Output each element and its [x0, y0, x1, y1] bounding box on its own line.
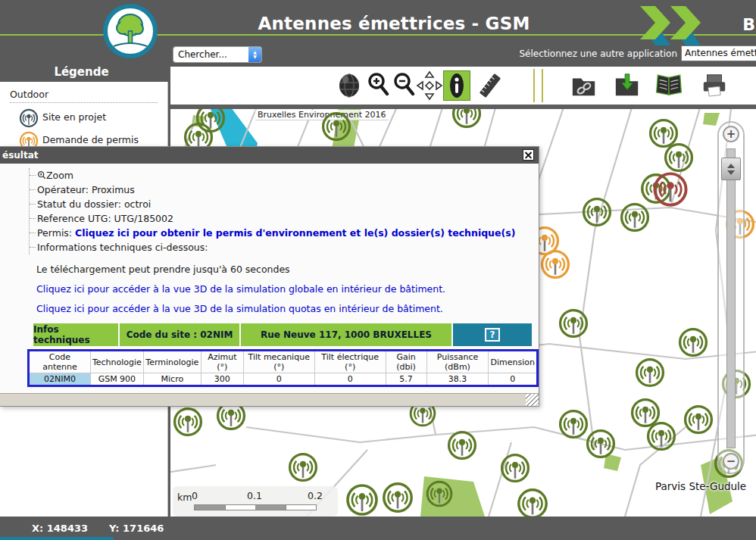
result-dialog: ésultat Zoom Opérateur: Proximus Statut … [0, 146, 539, 407]
table-row: 02NIM0 GSM 900 Micro 300 0 0 5.7 38.3 0 [29, 373, 538, 386]
toolbar-separator [533, 69, 535, 102]
antenna-marker[interactable] [320, 110, 353, 143]
identify-info-icon[interactable] [443, 70, 470, 101]
antenna-marker[interactable] [580, 195, 614, 229]
cell-tilt-mecanique: 0 [243, 373, 314, 386]
help-segment: ? [453, 323, 532, 346]
col-gain: Gain (dbi) [386, 351, 426, 373]
link-folder-icon[interactable] [570, 70, 598, 101]
download-note: Le téléchargement peut prendre jusqu'à 6… [36, 264, 539, 275]
print-icon[interactable] [701, 70, 728, 101]
dialog-horizontal-scrollbar[interactable] [0, 393, 539, 406]
code-du-site-header: Code du site : 02NIM [120, 323, 239, 346]
legend-group-outdoor: Outdoor [10, 89, 158, 103]
map-scale-panel: km 0 0.1 0.2 [173, 486, 338, 517]
cell-code-antenne: 02NIM0 [29, 373, 91, 386]
tree-item-zoom[interactable]: Zoom [30, 168, 539, 183]
cell-terminologie: Micro [143, 373, 201, 386]
cell-technologie: GSM 900 [90, 373, 143, 386]
coordinate-x: X: 148433 [32, 523, 88, 534]
bottom-accent-strip [0, 537, 114, 540]
antenna-marker[interactable] [286, 451, 320, 484]
col-terminologie: Terminologie [143, 351, 201, 373]
dialog-title: ésultat [2, 150, 39, 161]
app-picker-dropdown[interactable]: Antennes émettric [681, 45, 756, 61]
download-folder-icon[interactable] [614, 70, 641, 101]
resize-grip-icon[interactable] [526, 394, 539, 406]
dialog-content: Zoom Opérateur: Proximus Statut du dossi… [0, 164, 539, 395]
antenna-marker[interactable] [515, 486, 550, 517]
infos-techniques-bar: Infos techniques Code du site : 02NIM Ru… [33, 323, 533, 346]
antenna-marker[interactable] [450, 109, 483, 130]
antenna-marker[interactable] [498, 451, 532, 485]
coordinate-y: Y: 171646 [109, 523, 164, 534]
scale-unit: km [177, 492, 192, 503]
permis-label: Permis: [37, 227, 75, 239]
scale-tick: 0.2 [308, 490, 323, 501]
tree-item-operateur: Opérateur: Proximus [30, 183, 539, 197]
scale-bar [194, 504, 317, 510]
col-technologie: Technologie [90, 351, 143, 373]
antenna-marker[interactable] [557, 307, 590, 340]
legend-title: Légende [0, 65, 163, 79]
globe-overview-icon[interactable] [336, 70, 363, 101]
link-3d-quotas[interactable]: Cliquez ici pour accéder à la vue 3D de … [36, 303, 539, 314]
antenna-marker[interactable] [445, 429, 479, 462]
col-puissance: Puissance (dBm) [426, 351, 489, 373]
measure-ruler-icon[interactable] [476, 70, 504, 101]
help-button[interactable]: ? [485, 328, 500, 342]
scale-tick: 0.1 [247, 490, 262, 501]
app-picker-label: Sélectionnez une autre application [519, 48, 677, 59]
col-tilt-electrique: Tilt électrique (°) [314, 351, 386, 373]
zoom-minus-button[interactable]: − [723, 453, 739, 470]
pan-icon[interactable] [416, 70, 443, 101]
map-zoom-slider[interactable]: + − [717, 121, 745, 474]
zoom-out-icon[interactable] [391, 70, 418, 101]
antenna-marker-selected[interactable] [651, 170, 690, 209]
antenna-marker[interactable] [424, 479, 455, 509]
antenna-marker[interactable] [645, 420, 678, 453]
antenna-table: Code antenne Technologie Terminologie Az… [27, 349, 539, 387]
zoom-slider-track[interactable] [726, 148, 736, 448]
tree-item-reference: Reference UTG: UTG/185002 [30, 211, 539, 226]
chevrons-icon [640, 6, 704, 48]
slider-down-arrow-icon [727, 170, 735, 175]
col-azimut: Azimut (°) [201, 351, 243, 373]
tree-item-label: Zoom [46, 170, 73, 181]
antenna-marker[interactable] [633, 356, 667, 389]
permis-link[interactable]: Cliquez ici pour obtenir le permis d'env… [75, 227, 515, 239]
antenna-site-projet-icon [18, 108, 39, 129]
map-toolbar [170, 67, 756, 105]
dropdown-stepper-icon[interactable]: ▲▼ [248, 47, 261, 62]
cell-tilt-electrique: 0 [314, 373, 386, 386]
legend-book-icon[interactable] [655, 70, 683, 101]
antenna-marker[interactable] [676, 326, 710, 359]
antenna-marker[interactable] [380, 480, 415, 515]
legend-item-site-en-projet: Site en projet [18, 108, 153, 129]
antenna-marker[interactable] [682, 403, 715, 436]
zoom-in-icon[interactable] [365, 70, 392, 101]
dialog-titlebar[interactable]: ésultat [0, 147, 539, 164]
zoom-plus-button[interactable]: + [723, 126, 739, 142]
cell-puissance: 38.3 [426, 373, 489, 386]
col-dimension: Dimension [489, 351, 538, 373]
tree-item-infos-techniques: Informations techniques ci-dessous: [30, 240, 539, 254]
antenna-marker[interactable] [344, 482, 380, 517]
antenna-marker[interactable] [171, 405, 205, 439]
col-code-antenne: Code antenne [29, 351, 91, 373]
antenna-marker-permit[interactable] [539, 248, 572, 281]
zoom-slider-handle[interactable] [721, 158, 741, 180]
table-header-row: Code antenne Technologie Terminologie Az… [29, 351, 538, 373]
antenna-marker[interactable] [584, 427, 617, 460]
tree-item-statut: Statut du dossier: octroi [30, 197, 539, 211]
cell-gain: 5.7 [386, 373, 426, 386]
site-address-header: Rue Neuve 117, 1000 BRUXELLES [241, 323, 451, 346]
search-dropdown[interactable]: Chercher... ▲▼ [173, 46, 262, 63]
link-3d-globale[interactable]: Cliquez ici pour accéder à la vue 3D de … [36, 283, 539, 295]
close-icon[interactable] [523, 149, 534, 161]
brussels-environment-logo [103, 4, 158, 58]
scale-tick: 0 [192, 490, 198, 501]
antenna-marker[interactable] [618, 201, 651, 234]
zoom-icon [37, 170, 46, 179]
place-label: Parvis Ste-Gudule [655, 480, 746, 492]
